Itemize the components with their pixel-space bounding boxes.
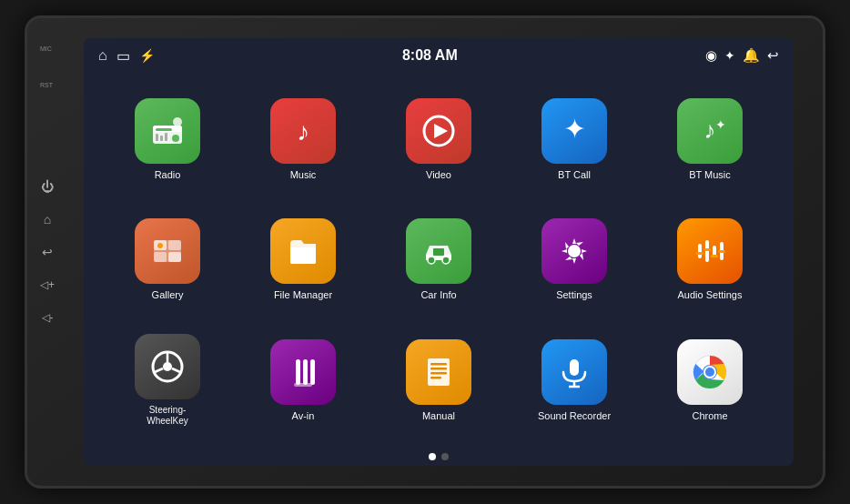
svg-rect-6 bbox=[160, 136, 163, 141]
bluetooth-icon: ✦ bbox=[724, 48, 735, 63]
svg-rect-30 bbox=[703, 248, 711, 251]
back-nav-icon: ↩ bbox=[767, 47, 779, 64]
back-button[interactable]: ↩ bbox=[38, 243, 56, 261]
status-right: ◉ ✦ 🔔 ↩ bbox=[705, 47, 779, 64]
device-shell: MIC RST ⏻ ⌂ ↩ ◁+ ◁- ⌂ ▭ ⚡ 8:08 AM ◉ ✦ 🔔 … bbox=[25, 15, 825, 489]
gallery-icon bbox=[135, 218, 200, 284]
app-carinfo[interactable]: Car Info bbox=[373, 202, 504, 318]
btcall-label: BT Call bbox=[558, 169, 591, 181]
avin-label: Av-in bbox=[292, 410, 315, 422]
carinfo-label: Car Info bbox=[420, 289, 456, 301]
svg-point-54 bbox=[705, 368, 714, 377]
video-icon bbox=[406, 98, 471, 164]
manual-icon bbox=[406, 339, 471, 405]
status-bar: ⌂ ▭ ⚡ 8:08 AM ◉ ✦ 🔔 ↩ bbox=[84, 38, 794, 73]
svg-rect-18 bbox=[168, 252, 181, 262]
app-btmusic[interactable]: ♪ ✦ BT Music bbox=[644, 82, 775, 197]
svg-rect-16 bbox=[168, 240, 181, 250]
svg-rect-38 bbox=[296, 359, 300, 385]
volume-up-button[interactable]: ◁+ bbox=[38, 276, 56, 294]
svg-text:✦: ✦ bbox=[563, 114, 586, 144]
filemanager-icon bbox=[270, 218, 336, 284]
mute-icon: 🔔 bbox=[743, 47, 760, 64]
app-steering[interactable]: Steering- WheelKey bbox=[102, 323, 233, 438]
btcall-icon: ✦ bbox=[541, 98, 607, 164]
app-filemanager[interactable]: File Manager bbox=[238, 202, 369, 318]
radio-icon bbox=[135, 98, 200, 164]
svg-rect-25 bbox=[698, 244, 702, 258]
music-icon: ♪ bbox=[270, 98, 336, 164]
svg-rect-39 bbox=[303, 359, 308, 385]
avin-icon bbox=[270, 339, 336, 405]
svg-rect-17 bbox=[154, 252, 167, 262]
radio-label: Radio bbox=[155, 169, 181, 181]
app-music[interactable]: ♪ Music bbox=[238, 82, 369, 197]
clock: 8:08 AM bbox=[402, 47, 458, 64]
app-soundrecorder[interactable]: Sound Recorder bbox=[509, 323, 640, 438]
svg-point-2 bbox=[173, 117, 182, 126]
steering-icon bbox=[135, 334, 200, 399]
gallery-label: Gallery bbox=[152, 289, 184, 301]
svg-text:♪: ♪ bbox=[297, 117, 309, 146]
svg-marker-10 bbox=[434, 124, 448, 138]
svg-rect-3 bbox=[156, 128, 172, 131]
soundrecorder-label: Sound Recorder bbox=[538, 410, 611, 422]
left-controls: ⏻ ⌂ ↩ ◁+ ◁- bbox=[38, 177, 56, 327]
video-label: Video bbox=[426, 169, 451, 181]
settings-icon bbox=[541, 218, 607, 284]
svg-rect-40 bbox=[310, 359, 315, 385]
app-btcall[interactable]: ✦ BT Call bbox=[509, 82, 640, 197]
svg-point-22 bbox=[442, 257, 450, 264]
svg-rect-46 bbox=[430, 377, 441, 379]
manual-label: Manual bbox=[422, 410, 455, 422]
svg-point-4 bbox=[172, 135, 179, 142]
music-label: Music bbox=[290, 169, 317, 181]
screen-icon: ▭ bbox=[116, 47, 130, 65]
usb-icon: ⚡ bbox=[139, 48, 155, 63]
app-gallery[interactable]: Gallery bbox=[102, 202, 233, 318]
screen: ⌂ ▭ ⚡ 8:08 AM ◉ ✦ 🔔 ↩ bbox=[84, 38, 794, 466]
rst-label: RST bbox=[40, 82, 53, 88]
svg-rect-29 bbox=[696, 252, 703, 255]
page-dot-2[interactable] bbox=[441, 453, 449, 460]
app-video[interactable]: Video bbox=[373, 82, 504, 197]
chrome-label: Chrome bbox=[692, 410, 727, 422]
page-dots bbox=[84, 448, 794, 466]
svg-rect-44 bbox=[430, 368, 447, 370]
svg-rect-45 bbox=[430, 372, 447, 375]
location-icon: ◉ bbox=[705, 47, 717, 64]
svg-line-36 bbox=[155, 368, 163, 372]
svg-rect-41 bbox=[294, 383, 312, 387]
app-chrome[interactable]: Chrome bbox=[644, 323, 775, 438]
page-dot-1[interactable] bbox=[429, 453, 436, 460]
svg-rect-47 bbox=[570, 359, 579, 376]
app-audiosettings[interactable]: Audio Settings bbox=[644, 202, 775, 318]
svg-rect-43 bbox=[430, 363, 447, 366]
svg-text:♪: ♪ bbox=[704, 116, 716, 144]
svg-line-37 bbox=[172, 368, 180, 372]
home-icon: ⌂ bbox=[98, 47, 107, 64]
svg-text:✦: ✦ bbox=[715, 117, 726, 132]
app-settings[interactable]: Settings bbox=[509, 202, 640, 318]
mic-label: MIC bbox=[40, 45, 52, 52]
app-avin[interactable]: Av-in bbox=[238, 323, 369, 438]
svg-point-19 bbox=[157, 243, 163, 248]
svg-rect-32 bbox=[718, 250, 725, 253]
carinfo-icon bbox=[406, 218, 471, 284]
app-manual[interactable]: Manual bbox=[373, 323, 504, 438]
settings-label: Settings bbox=[556, 289, 592, 301]
power-button[interactable]: ⏻ bbox=[38, 177, 56, 196]
status-left: ⌂ ▭ ⚡ bbox=[98, 47, 155, 65]
volume-down-button[interactable]: ◁- bbox=[38, 308, 56, 327]
svg-rect-7 bbox=[165, 133, 167, 141]
svg-rect-31 bbox=[711, 255, 718, 257]
btmusic-label: BT Music bbox=[689, 169, 731, 181]
audiosettings-label: Audio Settings bbox=[678, 289, 743, 301]
chrome-icon bbox=[677, 339, 743, 405]
home-button[interactable]: ⌂ bbox=[38, 210, 56, 228]
soundrecorder-icon bbox=[541, 339, 607, 405]
steering-label: Steering- WheelKey bbox=[147, 405, 188, 427]
app-radio[interactable]: Radio bbox=[102, 82, 233, 197]
svg-point-24 bbox=[568, 245, 581, 257]
svg-rect-23 bbox=[433, 248, 444, 256]
